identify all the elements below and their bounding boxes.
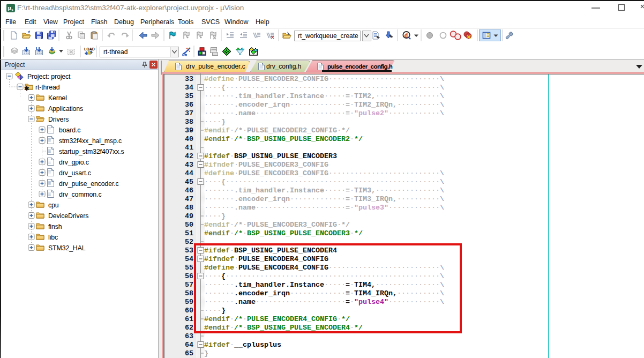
svg-text:Project: project: Project: project <box>27 73 71 80</box>
svg-text:µ: µ <box>8 4 12 11</box>
svg-text:drv_pulse_encoder.c: drv_pulse_encoder.c <box>59 180 119 188</box>
svg-text:LOAD: LOAD <box>84 47 95 51</box>
svg-text:STM32_HAL: STM32_HAL <box>48 244 86 252</box>
svg-text:libc: libc <box>48 234 58 241</box>
svg-text:✱: ✱ <box>24 85 29 92</box>
svg-text:rt-thread: rt-thread <box>103 48 128 56</box>
svg-text:drv_usart.c: drv_usart.c <box>59 169 91 177</box>
svg-text:Kernel: Kernel <box>48 94 67 102</box>
svg-text:stm32f4xx_hal_msp.c: stm32f4xx_hal_msp.c <box>59 137 122 145</box>
svg-text:rt-thread: rt-thread <box>35 84 60 91</box>
svg-text:cpu: cpu <box>48 202 59 209</box>
svg-text:rt_workqueue_create: rt_workqueue_create <box>298 32 358 40</box>
svg-text:s: s <box>12 8 13 12</box>
svg-text:Applications: Applications <box>48 105 83 113</box>
svg-text:board.c: board.c <box>59 126 80 134</box>
svg-text:startup_stm32f407xx.s: startup_stm32f407xx.s <box>59 148 124 155</box>
svg-text:Drivers: Drivers <box>48 116 69 123</box>
svg-text:drv_gpio.c: drv_gpio.c <box>59 159 89 166</box>
svg-text:d: d <box>405 32 408 39</box>
svg-text:drv_common.c: drv_common.c <box>59 191 101 198</box>
svg-text:DeviceDrivers: DeviceDrivers <box>48 212 88 220</box>
svg-text:finsh: finsh <box>48 223 62 230</box>
